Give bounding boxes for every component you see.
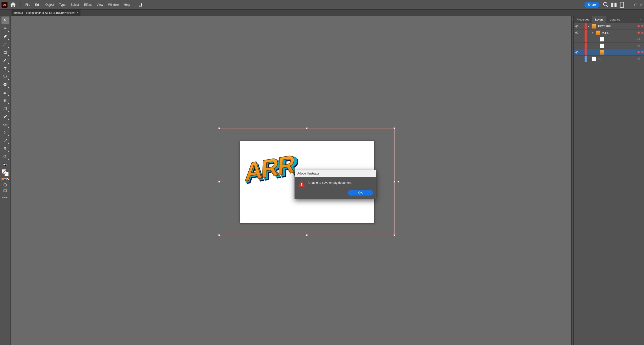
layer-thumbnail[interactable] bbox=[600, 37, 604, 42]
draw-mode-icon[interactable] bbox=[2, 182, 9, 188]
resize-handle[interactable] bbox=[306, 234, 308, 236]
layer-color-strip bbox=[585, 36, 587, 42]
disclosure-triangle-icon[interactable]: ▸ bbox=[595, 45, 598, 47]
svg-rect-2 bbox=[611, 3, 613, 7]
arrange-documents-icon[interactable] bbox=[610, 1, 617, 8]
menu-bar: Ai File Edit Object Type Select Effect V… bbox=[0, 0, 644, 10]
layer-row[interactable]: ▾<Clip... bbox=[574, 30, 644, 36]
symbol-sprayer-tool[interactable] bbox=[2, 129, 9, 136]
menu-select[interactable]: Select bbox=[68, 0, 81, 9]
maximize-icon[interactable]: ▢ bbox=[634, 3, 637, 7]
paintbrush-tool[interactable] bbox=[2, 57, 9, 64]
layer-name[interactable]: BG bbox=[598, 57, 636, 60]
layer-row[interactable] bbox=[574, 36, 644, 43]
screen-mode-icon[interactable] bbox=[2, 188, 9, 194]
panel-collapse-strip[interactable]: « bbox=[571, 16, 573, 345]
target-icon[interactable] bbox=[636, 45, 640, 47]
document-tab[interactable]: arriba ai - orange.png* @ 66.67 % (RGB/P… bbox=[12, 10, 80, 16]
menu-view[interactable]: View bbox=[94, 0, 106, 9]
layer-row[interactable] bbox=[574, 49, 644, 56]
edit-toolbar-icon[interactable]: ••• bbox=[2, 196, 8, 200]
curvature-tool[interactable] bbox=[2, 41, 9, 48]
resize-handle[interactable] bbox=[218, 234, 220, 236]
svg-rect-17 bbox=[5, 164, 7, 166]
direct-selection-tool[interactable] bbox=[2, 25, 9, 32]
minimize-icon[interactable]: — bbox=[628, 3, 632, 7]
type-tool[interactable] bbox=[2, 65, 9, 72]
pen-tool[interactable] bbox=[2, 33, 9, 40]
close-icon[interactable]: ✕ bbox=[640, 3, 642, 7]
menu-type[interactable]: Type bbox=[57, 0, 68, 9]
gradient-tool[interactable] bbox=[2, 97, 9, 104]
ok-button[interactable]: OK bbox=[348, 190, 373, 196]
layer-row[interactable]: ▾TEXT EFF... bbox=[574, 23, 644, 30]
fill-stroke-swatches[interactable] bbox=[2, 169, 9, 176]
menu-help[interactable]: Help bbox=[121, 0, 133, 9]
rotate-tool[interactable] bbox=[2, 73, 9, 80]
layer-row[interactable]: ▸BG bbox=[574, 56, 644, 62]
blend-tool[interactable] bbox=[2, 121, 9, 128]
canvas[interactable]: ARR ARR ARR Adobe Illustrator ! Unab bbox=[11, 16, 573, 345]
tab-properties[interactable]: Properties bbox=[574, 16, 592, 23]
eraser-tool[interactable] bbox=[2, 89, 9, 96]
slice-tool[interactable] bbox=[2, 137, 9, 144]
layer-name[interactable]: TEXT EFF... bbox=[598, 25, 636, 28]
layer-thumbnail[interactable] bbox=[592, 57, 596, 61]
layer-thumbnail[interactable] bbox=[600, 50, 604, 55]
app-icon: Ai bbox=[2, 2, 8, 8]
eyedropper-tool[interactable] bbox=[2, 113, 9, 120]
panel-menu-icon[interactable]: ≡ bbox=[637, 16, 644, 23]
menu-edit[interactable]: Edit bbox=[33, 0, 43, 9]
svg-rect-3 bbox=[614, 3, 616, 7]
tab-libraries[interactable]: Libraries bbox=[606, 16, 623, 23]
rotate-handle[interactable] bbox=[398, 181, 399, 183]
target-icon[interactable] bbox=[636, 51, 640, 53]
dialog-titlebar[interactable]: Adobe Illustrator bbox=[295, 170, 376, 177]
menu-object[interactable]: Object bbox=[43, 0, 57, 9]
resize-handle[interactable] bbox=[394, 127, 395, 129]
color-mode-row[interactable] bbox=[2, 178, 9, 180]
menu-effect[interactable]: Effect bbox=[81, 0, 94, 9]
menu-window[interactable]: Window bbox=[106, 0, 121, 9]
rectangle-tool[interactable] bbox=[2, 49, 9, 56]
tab-layers[interactable]: Layers bbox=[592, 16, 606, 23]
resize-handle[interactable] bbox=[306, 127, 308, 129]
layer-thumbnail[interactable] bbox=[592, 24, 596, 29]
visibility-toggle-icon[interactable] bbox=[574, 25, 580, 28]
layers-list: ▾TEXT EFF...▾<Clip...▸▸BG bbox=[574, 23, 644, 345]
cloud-document-icon[interactable] bbox=[137, 1, 144, 8]
warning-icon: ! bbox=[298, 181, 305, 187]
visibility-toggle-icon[interactable] bbox=[574, 31, 580, 35]
target-icon[interactable] bbox=[636, 38, 640, 40]
layer-name[interactable]: <Clip... bbox=[602, 31, 636, 34]
home-icon[interactable] bbox=[10, 1, 17, 8]
resize-handle[interactable] bbox=[394, 234, 395, 236]
search-icon[interactable] bbox=[602, 1, 609, 8]
resize-handle[interactable] bbox=[394, 181, 395, 183]
fill-stroke-toggle-icon[interactable] bbox=[2, 163, 9, 168]
workspace-icon[interactable] bbox=[618, 1, 625, 8]
zoom-tool[interactable] bbox=[2, 153, 9, 160]
target-icon[interactable] bbox=[636, 25, 640, 27]
selection-indicator bbox=[640, 32, 644, 34]
menu-file[interactable]: File bbox=[23, 0, 33, 9]
target-icon[interactable] bbox=[636, 32, 640, 34]
selection-tool[interactable] bbox=[2, 17, 9, 24]
hand-tool[interactable] bbox=[2, 145, 9, 152]
artboard-tool[interactable] bbox=[2, 105, 9, 112]
shape-builder-tool[interactable] bbox=[2, 81, 9, 88]
svg-rect-9 bbox=[4, 107, 7, 110]
layer-thumbnail[interactable] bbox=[600, 44, 604, 48]
tab-close-icon[interactable]: × bbox=[77, 11, 78, 15]
share-button[interactable]: Share bbox=[584, 2, 599, 8]
target-icon[interactable] bbox=[636, 58, 640, 60]
layer-row[interactable]: ▸ bbox=[574, 43, 644, 49]
layer-color-strip bbox=[585, 23, 587, 29]
disclosure-triangle-icon[interactable]: ▾ bbox=[587, 25, 590, 28]
visibility-toggle-icon[interactable] bbox=[574, 51, 580, 54]
disclosure-triangle-icon[interactable]: ▸ bbox=[587, 58, 590, 60]
disclosure-triangle-icon[interactable]: ▾ bbox=[591, 32, 594, 34]
resize-handle[interactable] bbox=[218, 181, 220, 183]
layer-thumbnail[interactable] bbox=[596, 31, 600, 35]
resize-handle[interactable] bbox=[218, 127, 220, 129]
